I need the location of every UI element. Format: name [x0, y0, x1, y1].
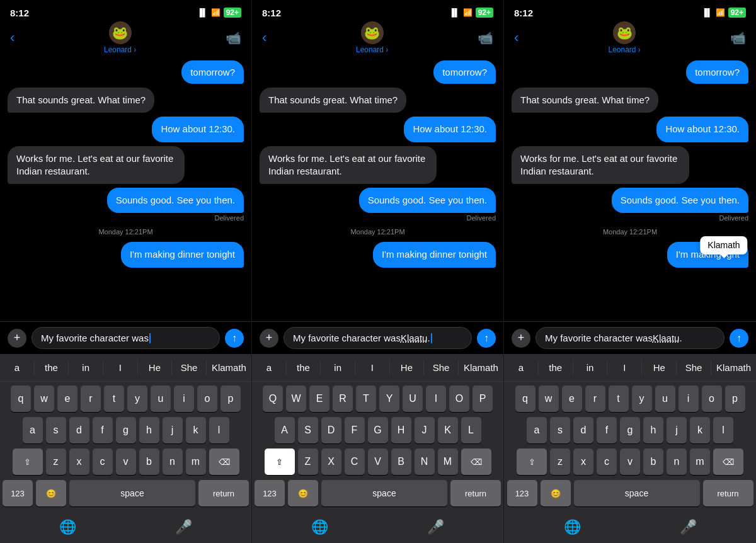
input-field-2[interactable]: My favorite character was Klaatu.	[284, 327, 472, 349]
back-button-1[interactable]: ‹	[10, 30, 14, 46]
key-P[interactable]: P	[472, 386, 493, 412]
back-button-2[interactable]: ‹	[262, 30, 266, 46]
autocomplete-She-3[interactable]: She	[677, 360, 711, 375]
key-shift-2[interactable]: ⇧	[265, 449, 295, 475]
key-A[interactable]: A	[275, 417, 295, 443]
key-c[interactable]: c	[93, 449, 113, 475]
key-w[interactable]: w	[34, 386, 54, 412]
key-u3[interactable]: u	[655, 386, 675, 412]
key-O[interactable]: O	[449, 386, 469, 412]
key-p[interactable]: p	[220, 386, 241, 412]
key-U[interactable]: U	[403, 386, 423, 412]
autocomplete-She-1[interactable]: She	[172, 360, 207, 375]
key-123-3[interactable]: 123	[507, 480, 537, 506]
key-g[interactable]: g	[116, 417, 136, 443]
nav-center-3[interactable]: 🐸 Leonard ›	[608, 21, 640, 54]
key-l[interactable]: l	[209, 417, 229, 443]
key-v[interactable]: v	[116, 449, 136, 475]
key-S[interactable]: S	[298, 417, 318, 443]
key-o[interactable]: o	[197, 386, 217, 412]
key-u[interactable]: u	[151, 386, 171, 412]
autocomplete-He-2[interactable]: He	[390, 360, 425, 375]
key-f[interactable]: f	[93, 417, 113, 443]
key-X-2[interactable]: X	[321, 449, 341, 475]
key-o3[interactable]: o	[702, 386, 722, 412]
key-s3[interactable]: s	[550, 417, 570, 443]
key-j3[interactable]: j	[667, 417, 687, 443]
key-t3[interactable]: t	[609, 386, 629, 412]
key-shift-1[interactable]: ⇧	[13, 449, 43, 475]
key-return-2[interactable]: return	[450, 480, 501, 506]
key-Z-2[interactable]: Z	[298, 449, 318, 475]
key-W[interactable]: W	[286, 386, 306, 412]
key-b3[interactable]: b	[643, 449, 663, 475]
key-v3[interactable]: v	[620, 449, 640, 475]
autocomplete-He-3[interactable]: He	[642, 360, 677, 375]
key-M-2[interactable]: M	[438, 449, 458, 475]
key-K[interactable]: K	[438, 417, 458, 443]
autocomplete-I-2[interactable]: I	[355, 360, 390, 375]
autocomplete-a-3[interactable]: a	[504, 360, 539, 375]
mic-icon-1[interactable]: 🎤	[175, 519, 192, 535]
key-d3[interactable]: d	[573, 417, 593, 443]
input-field-3[interactable]: My favorite character was Klaatu.	[536, 327, 724, 349]
key-B-2[interactable]: B	[391, 449, 411, 475]
key-V-2[interactable]: V	[368, 449, 388, 475]
key-x3[interactable]: x	[573, 449, 593, 475]
video-button-1[interactable]: 📹	[226, 30, 241, 45]
key-x[interactable]: x	[69, 449, 89, 475]
key-g3[interactable]: g	[620, 417, 640, 443]
key-R[interactable]: R	[333, 386, 353, 412]
send-button-2[interactable]: ↑	[477, 329, 496, 348]
key-r[interactable]: r	[81, 386, 101, 412]
autocomplete-She-2[interactable]: She	[424, 360, 459, 375]
autocomplete-Klamath-1[interactable]: Klamath	[207, 360, 251, 375]
autocomplete-in-3[interactable]: in	[573, 360, 608, 375]
key-H[interactable]: H	[391, 417, 411, 443]
key-delete-1[interactable]: ⌫	[209, 449, 239, 475]
autocomplete-I-1[interactable]: I	[103, 360, 138, 375]
key-emoji-2[interactable]: 😊	[288, 480, 318, 506]
send-button-1[interactable]: ↑	[225, 329, 244, 348]
key-C-2[interactable]: C	[345, 449, 365, 475]
key-n3[interactable]: n	[667, 449, 687, 475]
key-delete-2[interactable]: ⌫	[461, 449, 491, 475]
key-h[interactable]: h	[139, 417, 159, 443]
key-E[interactable]: E	[309, 386, 329, 412]
key-y3[interactable]: y	[632, 386, 652, 412]
key-space-1[interactable]: space	[69, 480, 195, 506]
globe-icon-1[interactable]: 🌐	[59, 519, 76, 535]
globe-icon-2[interactable]: 🌐	[311, 519, 328, 535]
key-G[interactable]: G	[368, 417, 388, 443]
key-emoji-3[interactable]: 😊	[541, 480, 571, 506]
key-t[interactable]: t	[104, 386, 124, 412]
key-T[interactable]: T	[356, 386, 376, 412]
key-I[interactable]: I	[426, 386, 446, 412]
key-w3[interactable]: w	[539, 386, 559, 412]
plus-button-3[interactable]: +	[512, 329, 530, 348]
key-k[interactable]: k	[186, 417, 206, 443]
key-J[interactable]: J	[415, 417, 435, 443]
key-y[interactable]: y	[127, 386, 147, 412]
plus-button-1[interactable]: +	[8, 329, 26, 348]
video-button-3[interactable]: 📹	[730, 30, 746, 45]
key-h3[interactable]: h	[643, 417, 663, 443]
key-z3[interactable]: z	[550, 449, 570, 475]
nav-center-2[interactable]: 🐸 Leonard ›	[356, 21, 388, 54]
key-shift-3[interactable]: ⇧	[517, 449, 547, 475]
key-N-2[interactable]: N	[415, 449, 435, 475]
autocomplete-a-2[interactable]: a	[252, 360, 287, 375]
key-f3[interactable]: f	[597, 417, 617, 443]
key-i3[interactable]: i	[679, 386, 699, 412]
key-123-2[interactable]: 123	[255, 480, 285, 506]
key-space-3[interactable]: space	[574, 480, 700, 506]
key-a3[interactable]: a	[527, 417, 547, 443]
key-m[interactable]: m	[186, 449, 206, 475]
video-button-2[interactable]: 📹	[478, 30, 493, 45]
key-q[interactable]: q	[11, 386, 31, 412]
key-delete-3[interactable]: ⌫	[713, 449, 743, 475]
key-e3[interactable]: e	[562, 386, 582, 412]
autocomplete-Klamath-3[interactable]: Klamath	[711, 360, 756, 375]
nav-center-1[interactable]: 🐸 Leonard ›	[104, 21, 136, 54]
key-e[interactable]: e	[57, 386, 77, 412]
